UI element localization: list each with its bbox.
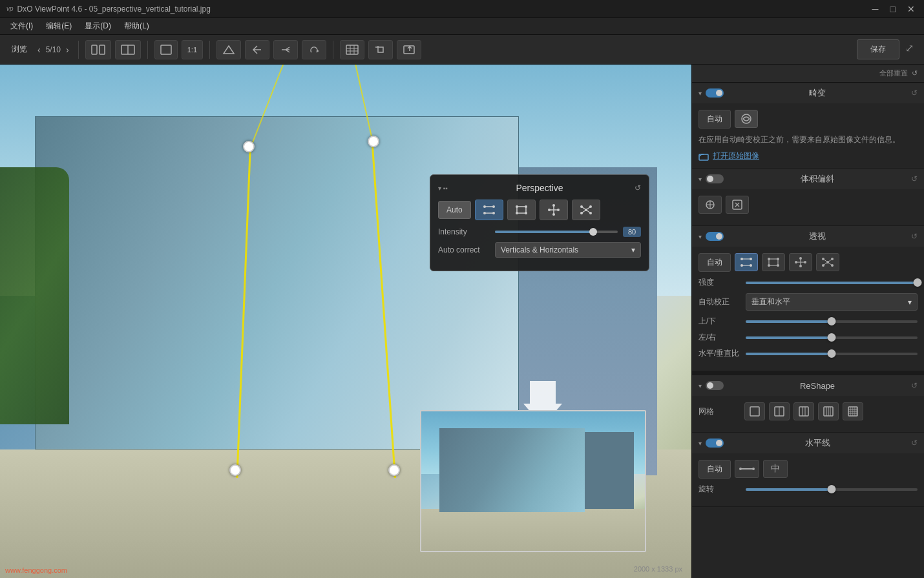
browse-label[interactable]: 浏览 <box>6 43 32 56</box>
perspective-autocorrect-dropdown[interactable]: 垂直和水平 ▾ <box>746 293 918 311</box>
widget-mode-1-button[interactable] <box>475 200 503 220</box>
widget-reset-button[interactable]: ↺ <box>635 183 641 192</box>
tool-horizon-button[interactable] <box>216 40 241 59</box>
volume-reset-icon[interactable]: ↺ <box>911 174 918 183</box>
volume-icon-1[interactable] <box>698 196 722 214</box>
dropdown-chevron-icon: ▾ <box>631 245 635 254</box>
perspective-mode-2[interactable] <box>762 253 785 271</box>
volume-body <box>692 189 924 225</box>
control-point-bottom-left[interactable] <box>229 464 241 476</box>
close-button[interactable]: ✕ <box>905 4 918 14</box>
reset-all-button[interactable]: 全部重置 <box>879 68 908 78</box>
reshape-toggle-icon: ▾ <box>698 382 702 389</box>
view-compare-split-button[interactable] <box>85 40 111 59</box>
perspective-ratio-slider[interactable] <box>746 353 918 355</box>
grid-2x2-button[interactable] <box>769 402 790 420</box>
grid-custom-button[interactable] <box>843 402 863 420</box>
volume-icon-2[interactable] <box>726 196 749 214</box>
widget-mode-2-button[interactable] <box>507 200 536 220</box>
tool-export-button[interactable] <box>397 40 421 59</box>
control-point-top-right[interactable] <box>368 136 379 147</box>
tool-crop-button[interactable] <box>368 40 393 59</box>
tool-rotate-button[interactable] <box>302 40 326 59</box>
watermark: www.fenggong.com <box>5 566 67 574</box>
save-button[interactable]: 保存 <box>857 39 899 59</box>
grid-3x3-button[interactable] <box>793 402 814 420</box>
horizon-rotate-thumb[interactable] <box>828 485 836 493</box>
perspective-mode-4[interactable] <box>816 253 839 271</box>
reshape-reset-icon[interactable]: ↺ <box>911 381 918 390</box>
volume-enable-toggle[interactable] <box>706 174 724 183</box>
horizon-reset-icon[interactable]: ↺ <box>911 439 918 448</box>
distortion-enable-toggle[interactable] <box>706 88 724 98</box>
reset-all-icon[interactable]: ↺ <box>912 69 918 77</box>
menu-file[interactable]: 文件(I) <box>5 19 38 33</box>
menu-help[interactable]: 帮助(L) <box>119 19 154 33</box>
menu-view[interactable]: 显示(D) <box>79 19 116 33</box>
control-point-top-left[interactable] <box>243 141 255 152</box>
widget-modes: Auto <box>438 200 641 220</box>
perspective-toggle-icon: ▾ <box>698 233 702 240</box>
section-horizon-header[interactable]: ▾ 水平线 ↺ <box>692 433 924 453</box>
autocorrect-dropdown[interactable]: Verticals & Horizontals ▾ <box>495 242 641 258</box>
horizon-rotate-slider[interactable] <box>746 488 918 491</box>
nav-next-button[interactable]: › <box>63 45 72 55</box>
canvas-area[interactable]: ▾ ▪▪ Perspective ↺ Auto <box>0 65 691 578</box>
reshape-enable-toggle[interactable] <box>706 381 724 390</box>
widget-collapse-icon[interactable]: ▾ ▪▪ <box>438 185 448 192</box>
perspective-leftright-thumb[interactable] <box>828 333 836 342</box>
open-image-label[interactable]: 打开原始图像 <box>713 150 759 161</box>
widget-mode-3-button[interactable] <box>540 200 568 220</box>
perspective-intensity-thumb[interactable] <box>914 278 922 287</box>
separator4 <box>333 41 333 59</box>
section-volume-header[interactable]: ▾ 体积偏斜 ↺ <box>692 169 924 189</box>
intensity-slider[interactable] <box>495 231 618 233</box>
horizon-title: 水平线 <box>728 437 907 449</box>
perspective-updown-thumb[interactable] <box>828 317 836 325</box>
expand-button[interactable]: ⤢ <box>901 42 918 54</box>
perspective-mode-3[interactable] <box>789 253 812 271</box>
perspective-leftright-slider[interactable] <box>746 336 918 339</box>
widget-mode-4-button[interactable] <box>572 200 600 220</box>
perspective-ratio-thumb[interactable] <box>828 349 836 358</box>
grid-1x1-button[interactable] <box>744 402 765 420</box>
section-distortion-header[interactable]: ▾ 畸变 ↺ <box>692 83 924 103</box>
control-point-bottom-right[interactable] <box>388 464 400 476</box>
tool-flip-h-button[interactable] <box>245 40 269 59</box>
toolbar-right: 保存 ⤢ <box>857 39 918 59</box>
tool-flip-v-button[interactable] <box>273 40 298 59</box>
horizon-auto-button[interactable]: 自动 <box>698 460 731 479</box>
horizon-enable-toggle[interactable] <box>706 439 724 448</box>
horizon-midpoint-button[interactable]: 中 <box>763 460 788 478</box>
perspective-leftright-fill <box>746 336 832 339</box>
perspective-enable-toggle[interactable] <box>706 232 724 241</box>
section-reshape-header[interactable]: ▾ ReShape ↺ <box>692 375 924 396</box>
distortion-icon-button[interactable] <box>735 110 758 128</box>
maximize-button[interactable]: □ <box>888 4 898 14</box>
open-image-link[interactable]: 打开原始图像 <box>698 150 918 161</box>
perspective-widget: ▾ ▪▪ Perspective ↺ Auto <box>430 174 649 271</box>
widget-auto-button[interactable]: Auto <box>438 201 471 219</box>
perspective-mode-1[interactable] <box>735 253 758 271</box>
perspective-intensity-slider[interactable] <box>746 282 918 284</box>
tool-grid-button[interactable] <box>340 40 364 59</box>
intensity-thumb[interactable] <box>589 228 597 236</box>
distortion-auto-button[interactable]: 自动 <box>698 110 731 129</box>
distortion-reset-icon[interactable]: ↺ <box>911 88 918 98</box>
menu-edit[interactable]: 编辑(E) <box>41 19 77 33</box>
minimize-button[interactable]: ─ <box>870 4 881 14</box>
horizon-btn-row: 自动 中 <box>698 460 918 479</box>
perspective-reset-icon[interactable]: ↺ <box>911 232 918 241</box>
separator3 <box>209 41 210 59</box>
view-before-button[interactable] <box>154 40 178 59</box>
nav-prev-button[interactable]: ‹ <box>35 45 43 55</box>
grid-4x4-button[interactable] <box>818 402 839 420</box>
section-distortion: ▾ 畸变 ↺ 自动 在应用自动畸变校正之前，需要来自原始图像文件的信息。 打开原… <box>692 83 924 169</box>
section-volume: ▾ 体积偏斜 ↺ <box>692 169 924 226</box>
view-split-button[interactable] <box>115 40 141 59</box>
horizon-line-button[interactable] <box>735 460 759 478</box>
section-perspective-header[interactable]: ▾ 透视 ↺ <box>692 226 924 247</box>
perspective-updown-slider[interactable] <box>746 320 918 323</box>
perspective-auto-button[interactable]: 自动 <box>698 253 731 272</box>
zoom-1-1-button[interactable]: 1:1 <box>182 40 203 59</box>
